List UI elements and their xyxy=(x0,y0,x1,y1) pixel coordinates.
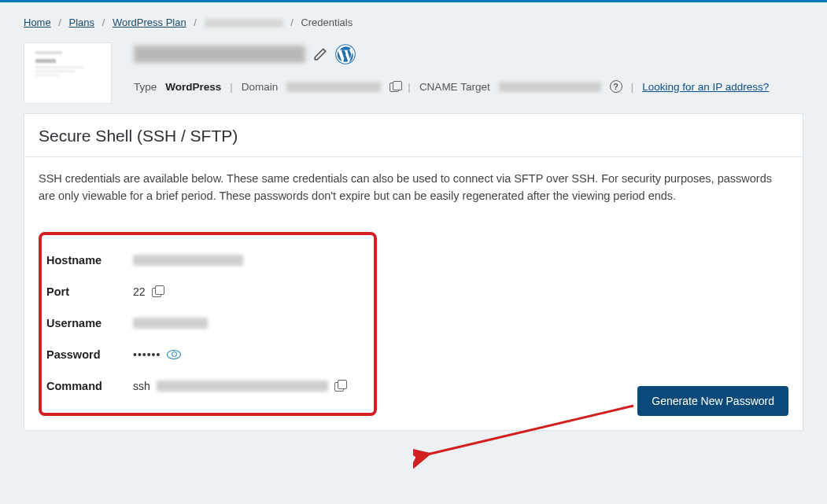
breadcrumb-current: Credentials xyxy=(301,17,353,28)
type-value: WordPress xyxy=(165,81,221,93)
domain-label: Domain xyxy=(242,81,279,93)
site-title-redacted xyxy=(134,46,305,63)
copy-port-icon[interactable] xyxy=(152,288,161,297)
cname-help-icon[interactable]: ? xyxy=(610,80,622,93)
hostname-value xyxy=(133,255,243,266)
password-label: Password xyxy=(46,348,133,361)
site-header: Type WordPress | Domain | CNAME Target ?… xyxy=(24,42,803,104)
breadcrumb: Home / Plans / WordPress Plan / / Creden… xyxy=(24,17,803,28)
breadcrumb-sep: / xyxy=(290,17,294,28)
port-value: 22 xyxy=(133,285,161,298)
wordpress-logo-icon xyxy=(335,44,356,64)
edit-site-name-icon[interactable] xyxy=(313,47,327,61)
breadcrumb-sep: / xyxy=(194,17,197,28)
copy-domain-icon[interactable] xyxy=(390,83,399,92)
site-thumbnail[interactable] xyxy=(24,42,112,104)
breadcrumb-site-redacted xyxy=(205,19,283,28)
ip-address-link[interactable]: Looking for an IP address? xyxy=(642,81,769,93)
ssh-panel: Secure Shell (SSH / SFTP) SSH credential… xyxy=(24,113,803,431)
reveal-password-icon[interactable] xyxy=(167,350,181,359)
breadcrumb-sep: / xyxy=(58,17,61,28)
panel-description: SSH credentials are available below. The… xyxy=(39,170,788,205)
username-value xyxy=(133,318,208,329)
cname-label: CNAME Target xyxy=(419,81,490,93)
port-label: Port xyxy=(46,285,133,298)
annotation-arrow-icon xyxy=(413,399,649,478)
hostname-redacted xyxy=(133,255,243,266)
breadcrumb-home[interactable]: Home xyxy=(24,17,51,28)
credentials-highlight-box: Hostname Port 22 Username xyxy=(39,232,377,416)
breadcrumb-sep: / xyxy=(102,17,105,28)
panel-title: Secure Shell (SSH / SFTP) xyxy=(39,127,788,145)
command-value: ssh xyxy=(133,380,344,392)
svg-line-1 xyxy=(427,406,633,454)
breadcrumb-plans[interactable]: Plans xyxy=(69,17,95,28)
generate-password-button[interactable]: Generate New Password xyxy=(637,386,788,416)
type-label: Type xyxy=(134,81,157,93)
site-meta-line: Type WordPress | Domain | CNAME Target ?… xyxy=(134,80,803,93)
domain-value-redacted xyxy=(286,82,381,92)
username-redacted xyxy=(133,318,208,329)
breadcrumb-wp-plan[interactable]: WordPress Plan xyxy=(113,17,186,28)
command-redacted xyxy=(157,381,328,392)
username-label: Username xyxy=(46,317,133,329)
cname-value-redacted xyxy=(499,82,601,92)
password-value: •••••• xyxy=(133,348,181,361)
hostname-label: Hostname xyxy=(46,254,133,267)
copy-command-icon[interactable] xyxy=(334,382,344,392)
command-label: Command xyxy=(46,380,133,392)
